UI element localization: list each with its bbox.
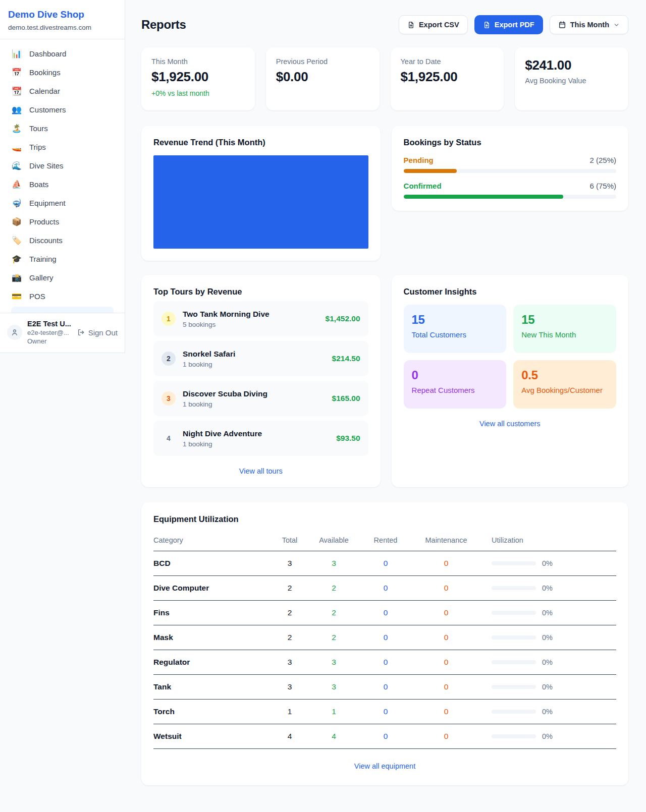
table-row: Dive Computer 2 2 0 0 0% <box>153 576 616 601</box>
sidebar-item-calendar[interactable]: 📆Calendar <box>6 82 119 100</box>
sidebar-item-label: Training <box>29 255 57 263</box>
utilization-percent: 0% <box>542 609 553 617</box>
avatar <box>7 325 22 340</box>
cell-utilization: 0% <box>481 700 616 724</box>
cell-available: 2 <box>307 625 360 650</box>
status-label: Pending <box>404 156 434 164</box>
tile-label: Avg Bookings/Customer <box>521 386 608 394</box>
cell-maintenance: 0 <box>411 601 481 625</box>
utilization-bar-track <box>492 685 536 689</box>
status-value: 2 (25%) <box>589 156 616 164</box>
cell-rented: 0 <box>360 601 411 625</box>
sidebar-item-label: Tours <box>29 124 48 133</box>
utilization-percent: 0% <box>542 732 553 740</box>
sidebar-item-pos[interactable]: 💳POS <box>6 287 119 306</box>
cell-total: 3 <box>272 551 307 576</box>
sidebar-item-discounts[interactable]: 🏷️Discounts <box>6 231 119 250</box>
sign-out-icon <box>77 328 85 336</box>
utilization-bar-track <box>492 561 536 565</box>
sidebar-item-products[interactable]: 📦Products <box>6 212 119 231</box>
sidebar-item-gallery[interactable]: 📸Gallery <box>6 268 119 287</box>
customer-insights-card: Customer Insights 15 Total Customers 15 … <box>392 275 628 487</box>
revenue-trend-title: Revenue Trend (This Month) <box>153 138 368 147</box>
top-tours-title: Top Tours by Revenue <box>153 287 368 297</box>
package-icon: 📦 <box>11 218 22 226</box>
cell-rented: 0 <box>360 625 411 650</box>
tile-repeat-customers: 0 Repeat Customers <box>404 360 507 409</box>
sidebar-item-trips[interactable]: 🚤Trips <box>6 138 119 156</box>
sidebar-item-dive-sites[interactable]: 🌊Dive Sites <box>6 156 119 175</box>
customer-insights-title: Customer Insights <box>404 287 616 297</box>
sign-out-button[interactable]: Sign Out <box>77 328 118 337</box>
view-all-tours-link[interactable]: View all tours <box>153 467 368 475</box>
tile-value: 0 <box>412 368 499 382</box>
wave-icon: 🌊 <box>11 162 22 170</box>
cell-total: 2 <box>272 625 307 650</box>
cell-maintenance: 0 <box>411 551 481 576</box>
cell-total: 3 <box>272 650 307 675</box>
utilization-bar-track <box>492 635 536 640</box>
calendar-date-icon: 📅 <box>11 69 22 77</box>
cell-maintenance: 0 <box>411 724 481 749</box>
bookings-by-status-title: Bookings by Status <box>404 138 616 147</box>
cell-maintenance: 0 <box>411 576 481 601</box>
file-download-icon <box>407 21 415 29</box>
sidebar-item-equipment[interactable]: 🤿Equipment <box>6 194 119 212</box>
cell-maintenance: 0 <box>411 625 481 650</box>
user-email: e2e-tester@... <box>27 329 71 336</box>
rank-badge: 2 <box>162 352 176 366</box>
sidebar-item-bookings[interactable]: 📅Bookings <box>6 63 119 82</box>
tile-label: New This Month <box>521 330 608 339</box>
cell-category: Torch <box>153 700 272 724</box>
sidebar-item-boats[interactable]: ⛵Boats <box>6 175 119 194</box>
cell-utilization: 0% <box>481 650 616 675</box>
utilization-percent: 0% <box>542 633 553 642</box>
stat-value: $0.00 <box>276 69 369 85</box>
shop-domain: demo.test.divestreams.com <box>8 24 117 31</box>
sidebar-item-customers[interactable]: 👥Customers <box>6 100 119 119</box>
sidebar-item-active-partial[interactable] <box>11 307 114 313</box>
camera-icon: 📸 <box>11 274 22 282</box>
speedboat-icon: 🚤 <box>11 143 22 151</box>
period-select[interactable]: This Month <box>550 15 628 34</box>
table-row: Torch 1 1 0 0 0% <box>153 700 616 724</box>
utilization-bar-track <box>492 660 536 664</box>
tag-icon: 🏷️ <box>11 237 22 245</box>
cell-rented: 0 <box>360 551 411 576</box>
export-csv-button[interactable]: Export CSV <box>399 15 468 34</box>
equipment-utilization-title: Equipment Utilization <box>153 514 616 524</box>
sidebar-item-training[interactable]: 🎓Training <box>6 250 119 268</box>
tour-row: 3 Discover Scuba Diving1 booking $165.00 <box>153 381 368 416</box>
stat-label: Avg Booking Value <box>525 77 618 85</box>
cell-rented: 0 <box>360 675 411 700</box>
cell-maintenance: 0 <box>411 700 481 724</box>
status-row-pending: Pending 2 (25%) <box>404 156 616 173</box>
sidebar-item-tours[interactable]: 🏝️Tours <box>6 119 119 138</box>
period-label: This Month <box>570 21 609 29</box>
header-actions: Export CSV Export PDF This Month <box>399 15 628 34</box>
sidebar-item-label: Dive Sites <box>29 161 64 170</box>
export-pdf-button[interactable]: Export PDF <box>474 15 543 34</box>
file-download-icon <box>483 21 491 29</box>
tile-label: Total Customers <box>412 330 499 339</box>
cell-utilization: 0% <box>481 601 616 625</box>
stat-card-avg-booking-value: $241.00 Avg Booking Value <box>515 47 628 110</box>
sidebar: Demo Dive Shop demo.test.divestreams.com… <box>0 0 125 353</box>
cell-category: Mask <box>153 625 272 650</box>
page-header: Reports Export CSV Export PDF This Month <box>141 15 628 34</box>
view-all-equipment-link[interactable]: View all equipment <box>153 762 616 770</box>
sidebar-item-dashboard[interactable]: 📊Dashboard <box>6 44 119 63</box>
cell-utilization: 0% <box>481 576 616 601</box>
cell-category: Wetsuit <box>153 724 272 749</box>
utilization-bar-track <box>492 586 536 590</box>
credit-card-icon: 💳 <box>11 293 22 301</box>
status-bar-fill <box>404 169 457 173</box>
stat-value: $241.00 <box>525 57 618 73</box>
stat-value: $1,925.00 <box>151 69 245 85</box>
status-label: Confirmed <box>404 182 442 190</box>
tour-name: Night Dive Adventure <box>183 429 262 438</box>
tile-label: Repeat Customers <box>412 386 499 394</box>
stat-label: This Month <box>151 57 245 66</box>
view-all-customers-link[interactable]: View all customers <box>404 420 616 428</box>
dashboard-icon: 📊 <box>11 50 22 58</box>
